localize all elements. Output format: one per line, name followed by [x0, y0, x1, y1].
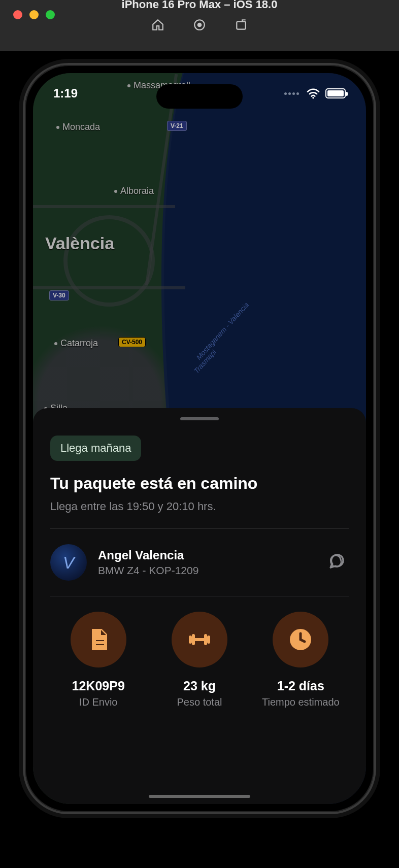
- road-badge-v21: V-21: [167, 121, 187, 131]
- stat-id-value: 12K09P9: [72, 679, 125, 693]
- stat-weight-value: 23 kg: [183, 679, 216, 693]
- eta-pill: Llega mañana: [50, 436, 141, 461]
- clock-icon: [273, 612, 328, 667]
- sheet-grabber[interactable]: [180, 417, 219, 420]
- svg-rect-4: [95, 640, 105, 642]
- svg-rect-5: [95, 644, 105, 646]
- dynamic-island[interactable]: [156, 84, 243, 109]
- svg-point-1: [198, 23, 202, 27]
- divider: [50, 528, 349, 529]
- driver-row: V Angel Valencia BMW Z4 - KOP-1209: [50, 544, 349, 581]
- stat-eta: 1-2 días Tiempo estimado: [253, 612, 349, 708]
- document-icon: [71, 612, 126, 667]
- tracking-headline: Tu paquete está en camino: [50, 474, 349, 493]
- screenshot-icon[interactable]: [235, 18, 248, 34]
- close-window-button[interactable]: [13, 10, 22, 19]
- driver-avatar[interactable]: V: [50, 544, 87, 581]
- record-icon[interactable]: [193, 18, 206, 34]
- divider: [50, 596, 349, 596]
- wifi-icon: [306, 88, 320, 99]
- tracking-bottom-sheet[interactable]: Llega mañana Tu paquete está en camino L…: [33, 408, 366, 804]
- map-label-valencia: València: [45, 233, 114, 253]
- status-time: 1:19: [53, 86, 78, 101]
- stat-weight-label: Peso total: [177, 696, 222, 708]
- dumbbell-icon: [172, 612, 227, 667]
- chat-button[interactable]: [322, 549, 349, 576]
- window-traffic-lights: [13, 10, 55, 19]
- stat-weight: 23 kg Peso total: [151, 612, 247, 708]
- road-badge-v30: V-30: [49, 290, 69, 301]
- tracking-subline: Llega entre las 19:50 y 20:10 hrs.: [50, 500, 349, 513]
- stat-id-label: ID Envio: [79, 696, 118, 708]
- stat-shipment-id: 12K09P9 ID Envio: [50, 612, 146, 708]
- chat-icon: [325, 551, 346, 574]
- cellular-dots-icon: [284, 92, 299, 95]
- home-icon[interactable]: [151, 18, 164, 34]
- simulator-titlebar: iPhone 16 Pro Max – iOS 18.0: [0, 0, 399, 51]
- home-indicator[interactable]: [149, 795, 250, 798]
- map-label-moncada: Moncada: [56, 122, 100, 132]
- device-screen: 1:19: [33, 73, 366, 804]
- stat-eta-label: Tiempo estimado: [262, 696, 340, 708]
- map-label-alboraia: Alboraia: [114, 186, 154, 196]
- simulator-toolbar: [151, 18, 248, 34]
- road-badge-cv500: CV-500: [118, 337, 146, 347]
- stat-eta-value: 1-2 días: [277, 679, 324, 693]
- iphone-device-frame: 1:19: [23, 63, 376, 814]
- map-label-catarroja: Catarroja: [54, 338, 98, 349]
- minimize-window-button[interactable]: [29, 10, 39, 19]
- svg-point-3: [312, 97, 314, 99]
- simulator-title: iPhone 16 Pro Max – iOS 18.0: [122, 0, 278, 11]
- zoom-window-button[interactable]: [46, 10, 55, 19]
- driver-name: Angel Valencia: [98, 548, 311, 562]
- battery-icon: [325, 88, 346, 98]
- svg-rect-2: [237, 22, 245, 29]
- shipment-stats: 12K09P9 ID Envio: [50, 612, 349, 708]
- driver-vehicle: BMW Z4 - KOP-1209: [98, 564, 311, 577]
